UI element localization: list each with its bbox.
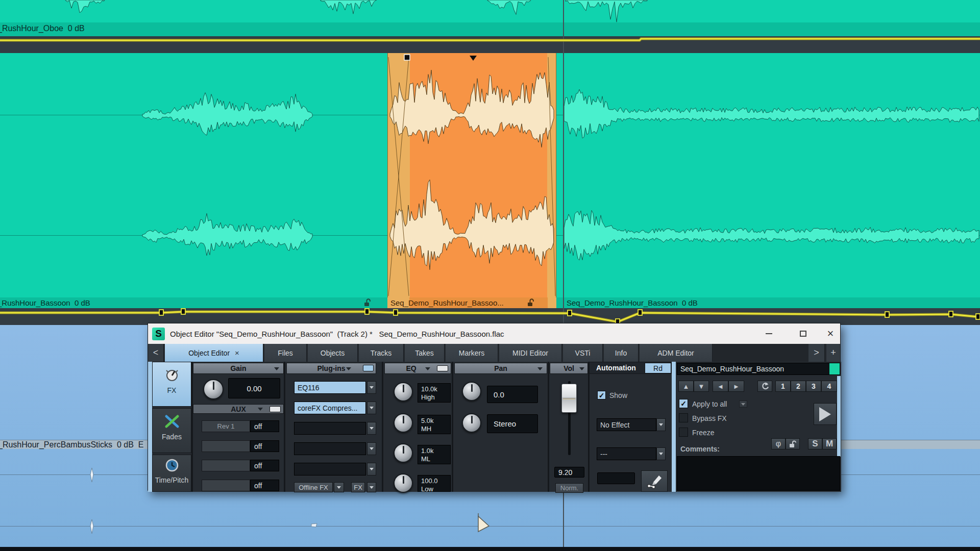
offline-fx-dropdown[interactable]	[334, 482, 344, 492]
tab-info[interactable]: Info	[604, 344, 639, 362]
plugin-slot-5-dropdown[interactable]	[367, 463, 376, 475]
tab-close-icon[interactable]: ×	[235, 348, 239, 357]
automation-value-box[interactable]	[597, 472, 635, 484]
play-button[interactable]	[814, 403, 837, 425]
tab-adm-editor[interactable]: ADM Editor	[640, 344, 713, 362]
automation-curve2-dropdown[interactable]	[656, 447, 666, 460]
tab-files[interactable]: Files	[264, 344, 307, 362]
preset-4-button[interactable]: 4	[821, 381, 837, 392]
show-checkbox[interactable]: ✓	[597, 391, 606, 399]
plugins-header[interactable]: Plug-ins	[286, 363, 376, 374]
fx-button[interactable]: FX	[351, 482, 365, 492]
pan-knob[interactable]	[462, 382, 481, 401]
preset-1-button[interactable]: 1	[775, 381, 791, 392]
aux-bar[interactable]: AUX	[193, 404, 284, 414]
tab-object-editor[interactable]: Object Editor ×	[165, 344, 263, 362]
vol-header[interactable]: Vol	[550, 363, 588, 374]
plugin-slot-1-dropdown[interactable]	[367, 381, 376, 394]
tab-back-button[interactable]: <	[148, 344, 164, 362]
solo-button[interactable]: S	[808, 438, 822, 449]
daw-stage: _RushHour_Oboe 0 dB _RushHour_Bassoon 0 …	[0, 0, 980, 551]
tab-objects[interactable]: Objects	[308, 344, 358, 362]
tab-midi-editor[interactable]: MIDI Editor	[499, 344, 562, 362]
panel-divider-scrollbar[interactable]	[672, 362, 676, 492]
offline-fx-button[interactable]: Offline FX	[294, 482, 333, 492]
preset-3-button[interactable]: 3	[806, 381, 821, 392]
pan-mode[interactable]: Stereo	[487, 414, 538, 433]
tab-add-button[interactable]: +	[826, 344, 841, 362]
tab-tracks[interactable]: Tracks	[359, 344, 404, 362]
object-prev-button[interactable]: ◄	[713, 381, 728, 392]
normalize-button[interactable]: Norm.	[555, 483, 583, 493]
apply-to-all-checkbox[interactable]: ✓	[679, 399, 688, 408]
tab-forward-button[interactable]: >	[808, 344, 825, 362]
aux-send-4-name[interactable]	[202, 480, 250, 491]
volume-value[interactable]: 9.20	[554, 467, 584, 478]
aux-send-1-value[interactable]: off	[250, 420, 279, 432]
pan-mode-knob[interactable]	[462, 413, 481, 433]
plugin-slot-4-dropdown[interactable]	[367, 442, 376, 455]
plugin-slot-5[interactable]	[294, 463, 366, 475]
eq-header[interactable]: EQ	[384, 363, 451, 374]
panel-scrollbar[interactable]	[837, 376, 841, 457]
volume-fader-handle[interactable]	[561, 384, 577, 413]
pan-value[interactable]: 0.0	[487, 386, 538, 403]
sidebar-fades-button[interactable]: Fades	[152, 408, 191, 453]
eq-ml-knob[interactable]	[394, 443, 413, 463]
phase-button[interactable]: φ	[771, 438, 786, 449]
aux-send-1-name[interactable]: Rev 1	[202, 420, 250, 432]
plugin-slot-3[interactable]	[294, 422, 366, 435]
close-button[interactable]: ×	[820, 323, 841, 344]
freeze-checkbox[interactable]	[679, 428, 688, 437]
eq-mh-label: 5.0kMH	[418, 415, 451, 434]
aux-toggle-button[interactable]	[270, 406, 281, 412]
plugin-slot-2-dropdown[interactable]	[367, 402, 376, 414]
maximize-button[interactable]	[792, 323, 814, 344]
aux-send-2-value[interactable]: off	[250, 440, 279, 452]
pan-header[interactable]: Pan	[454, 363, 547, 374]
automation-read-button[interactable]: Rd	[645, 363, 671, 373]
object-editor-dialog[interactable]: S Object Editor "Seq_Demo_RushHour_Basso…	[148, 323, 841, 491]
aux-send-3-name[interactable]	[202, 460, 250, 471]
sidebar-time-pitch-button[interactable]: Time/Pitch	[152, 455, 191, 492]
plugin-slot-2[interactable]: coreFX Compres...	[294, 402, 366, 414]
fx-dropdown[interactable]	[367, 482, 376, 492]
gain-header[interactable]: Gain	[193, 363, 284, 374]
bypass-fx-label: Bypass FX	[692, 414, 727, 422]
comments-area[interactable]	[677, 456, 840, 491]
eq-low-knob[interactable]	[394, 473, 413, 493]
gain-knob[interactable]	[203, 379, 224, 399]
object-name-field[interactable]: Seq_Demo_RushHour_Bassoon	[677, 363, 840, 375]
minimize-button[interactable]	[758, 323, 779, 344]
aux-send-4-value[interactable]: off	[250, 480, 279, 491]
tab-markers[interactable]: Markers	[446, 344, 498, 362]
mute-button[interactable]: M	[822, 438, 837, 449]
undo-button[interactable]	[757, 381, 772, 392]
plugins-toggle-button[interactable]	[363, 365, 374, 371]
plugin-slot-4[interactable]	[294, 442, 366, 455]
aux-send-3-value[interactable]: off	[250, 460, 279, 471]
eq-mh-knob[interactable]	[394, 413, 413, 433]
dialog-titlebar[interactable]: S Object Editor "Seq_Demo_RushHour_Basso…	[148, 323, 840, 344]
object-color-swatch[interactable]	[829, 363, 840, 374]
bypass-fx-checkbox[interactable]	[679, 413, 688, 422]
preset-2-button[interactable]: 2	[791, 381, 806, 392]
draw-automation-button[interactable]	[641, 470, 668, 492]
plugin-slot-1[interactable]: EQ116	[294, 381, 366, 394]
automation-curve2-select[interactable]: ---	[597, 447, 656, 460]
eq-toggle-button[interactable]	[437, 365, 448, 371]
sidebar-fx-button[interactable]: FX	[152, 362, 191, 407]
object-up-button[interactable]: ▲	[678, 381, 694, 392]
eq-high-knob[interactable]	[394, 382, 413, 402]
object-down-button[interactable]: ▼	[694, 381, 709, 392]
apply-to-all-dropdown[interactable]	[739, 400, 747, 408]
object-next-button[interactable]: ►	[728, 381, 744, 392]
automation-curve-select[interactable]: No Effect	[597, 418, 656, 431]
tab-takes[interactable]: Takes	[405, 344, 445, 362]
automation-curve-dropdown[interactable]	[656, 418, 666, 431]
plugin-slot-3-dropdown[interactable]	[367, 422, 376, 435]
aux-send-2-name[interactable]	[202, 440, 250, 452]
gain-value[interactable]: 0.00	[228, 378, 280, 398]
tab-vsti[interactable]: VSTi	[563, 344, 603, 362]
lock-button[interactable]	[786, 438, 800, 449]
